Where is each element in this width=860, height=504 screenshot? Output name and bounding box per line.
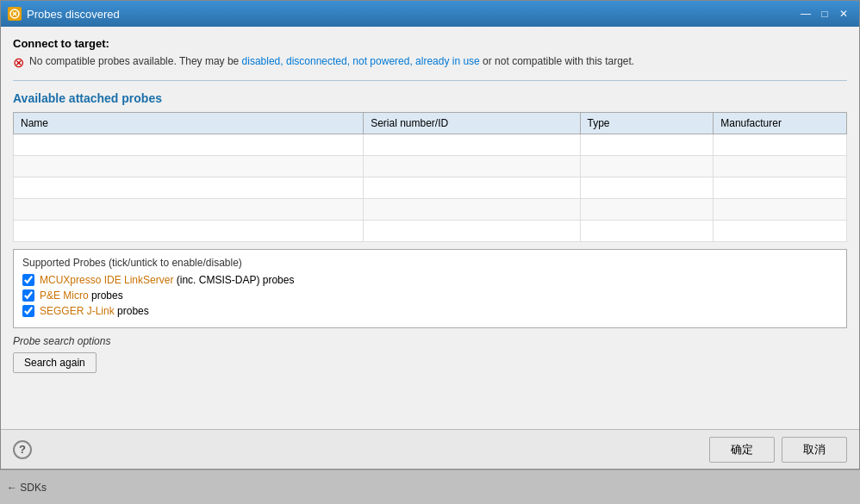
footer-buttons: 确定 取消 (709, 437, 847, 463)
col-type: Type (580, 113, 714, 134)
close-button[interactable]: ✕ (835, 5, 852, 22)
probe-label-1: MCUXpresso IDE LinkServer (inc. CMSIS-DA… (40, 274, 294, 286)
main-content: Connect to target: ⊗ No compatible probe… (1, 27, 859, 429)
footer: ? 确定 取消 (1, 429, 859, 469)
connect-section: Connect to target: ⊗ No compatible probe… (13, 37, 847, 70)
col-serial: Serial number/ID (364, 113, 580, 134)
titlebar-controls: — □ ✕ (797, 5, 852, 22)
probe-checkbox-2[interactable] (22, 289, 34, 302)
probe-label-2: P&E Micro probes (40, 289, 123, 302)
table-row (14, 156, 847, 177)
probe-checkbox-3[interactable] (22, 305, 34, 317)
supported-probes-box: Supported Probes (tick/untick to enable/… (13, 249, 847, 328)
supported-probes-title: Supported Probes (tick/untick to enable/… (22, 257, 838, 269)
window-title: Probes discovered (27, 8, 120, 21)
taskbar-text: ← SDKs (7, 482, 47, 494)
probe-search-section: Probe search options Search again (13, 335, 847, 373)
error-row: ⊗ No compatible probes available. They m… (13, 55, 847, 70)
table-row (14, 177, 847, 199)
table-row (14, 134, 847, 156)
table-row (14, 221, 847, 242)
ok-button[interactable]: 确定 (709, 437, 775, 463)
maximize-button[interactable]: □ (816, 5, 833, 22)
col-name: Name (14, 113, 364, 134)
probes-table-section: Available attached probes Name Serial nu… (13, 91, 847, 242)
available-probes-title: Available attached probes (13, 91, 847, 105)
probe-item-3: SEGGER J-Link probes (22, 305, 838, 317)
error-message: No compatible probes available. They may… (29, 55, 634, 67)
probe-item-2: P&E Micro probes (22, 289, 838, 302)
error-icon: ⊗ (13, 56, 24, 70)
app-icon (8, 7, 22, 21)
error-link: disabled, disconnected, not powered, alr… (242, 55, 480, 67)
taskbar-strip: ← SDKs (0, 470, 860, 504)
probe-checkbox-1[interactable] (22, 274, 34, 286)
probes-table: Name Serial number/ID Type Manufacturer (13, 112, 847, 242)
probe-label-3: SEGGER J-Link probes (40, 305, 149, 317)
connect-title: Connect to target: (13, 37, 847, 50)
probe-search-title: Probe search options (13, 335, 847, 347)
titlebar: Probes discovered — □ ✕ (1, 1, 859, 27)
cancel-button[interactable]: 取消 (782, 437, 847, 463)
probe-item-1: MCUXpresso IDE LinkServer (inc. CMSIS-DA… (22, 274, 838, 286)
help-button[interactable]: ? (13, 440, 32, 459)
search-again-button[interactable]: Search again (13, 352, 97, 373)
col-manufacturer: Manufacturer (714, 113, 847, 134)
divider (13, 80, 847, 81)
minimize-button[interactable]: — (797, 5, 814, 22)
table-row (14, 199, 847, 221)
